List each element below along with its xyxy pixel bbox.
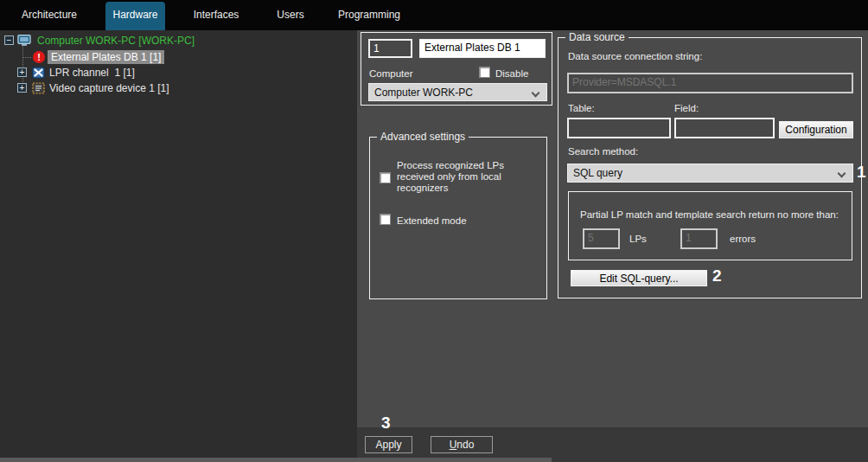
object-name-field[interactable]: External Plates DB 1: [419, 39, 546, 58]
errors-count-field[interactable]: 1: [680, 228, 718, 249]
undo-button[interactable]: Undo: [431, 436, 493, 453]
connection-string-field[interactable]: Provider=MSDASQL.1: [567, 73, 853, 93]
object-settings-panel: 1 External Plates DB 1 Computer Disable …: [357, 30, 868, 427]
search-method-select[interactable]: SQL query: [567, 164, 853, 183]
computer-select[interactable]: Computer WORK-PC: [368, 83, 547, 101]
disable-checkbox[interactable]: [479, 67, 490, 78]
process-lps-label: Process recognized LPs received only fro…: [397, 160, 506, 195]
footer-bar: 3 Apply Undo: [357, 427, 868, 462]
tree-row-video-capture[interactable]: Video capture device 1 [1]: [0, 80, 357, 96]
app-window: Architecture Hardware Interfaces Users P…: [0, 0, 868, 462]
callout-1: 1: [857, 163, 866, 182]
chevron-down-icon: [838, 170, 846, 178]
collapse-minus-icon[interactable]: [4, 35, 14, 45]
video-capture-icon: [31, 81, 45, 94]
table-label: Table:: [568, 103, 595, 113]
object-id-field[interactable]: 1: [368, 39, 412, 58]
lpr-channel-icon: [31, 66, 45, 79]
disable-label: Disable: [495, 68, 528, 79]
edit-sql-query-button[interactable]: Edit SQL-query...: [571, 270, 707, 286]
undo-button-label-rest: ndo: [456, 439, 474, 451]
chevron-down-icon: [532, 89, 540, 98]
expand-plus-icon[interactable]: [17, 83, 27, 93]
partial-match-label: Partial LP match and template search ret…: [580, 209, 839, 220]
undo-button-label: U: [450, 439, 457, 451]
search-method-label: Search method:: [568, 146, 638, 157]
tab-architecture[interactable]: Architecture: [9, 0, 90, 30]
table-field[interactable]: [567, 118, 671, 138]
extended-mode-label: Extended mode: [397, 215, 527, 227]
tab-programming[interactable]: Programming: [330, 0, 408, 30]
tab-hardware[interactable]: Hardware: [105, 2, 165, 30]
tree-item-label: External Plates DB 1 [1]: [48, 50, 164, 64]
main-tab-bar: Architecture Hardware Interfaces Users P…: [0, 0, 868, 30]
advanced-settings-title: Advanced settings: [377, 131, 469, 143]
tree-row-external-plates-db[interactable]: ! External Plates DB 1 [1]: [0, 49, 357, 65]
advanced-settings-groupbox: Advanced settings Process recognized LPs…: [369, 137, 547, 299]
tree-item-label: LPR channel 1 [1]: [49, 67, 135, 79]
extended-mode-checkbox[interactable]: [380, 214, 391, 225]
hardware-tree-panel: Computer WORK-PC [WORK-PC] ! External Pl…: [0, 30, 357, 462]
configuration-button[interactable]: Configuration: [779, 121, 853, 138]
callout-2: 2: [712, 266, 722, 286]
tab-users[interactable]: Users: [260, 0, 321, 30]
window-bottom-edge: [0, 458, 552, 462]
errors-unit-label: errors: [730, 234, 756, 244]
apply-button[interactable]: Apply: [365, 436, 412, 453]
data-source-groupbox: Data source Data source connection strin…: [558, 37, 862, 298]
field-label: Field:: [674, 103, 699, 113]
tree-row-lpr-channel[interactable]: LPR channel 1 [1]: [0, 65, 357, 80]
computer-icon: [17, 34, 31, 47]
computer-label: Computer: [369, 68, 413, 79]
lps-unit-label: LPs: [629, 234, 647, 244]
lps-count-field[interactable]: 5: [583, 228, 620, 249]
data-source-title: Data source: [565, 31, 629, 43]
field-field[interactable]: [674, 118, 775, 138]
tree-row-computer[interactable]: Computer WORK-PC [WORK-PC]: [0, 33, 357, 48]
expand-plus-icon[interactable]: [17, 67, 27, 77]
tab-interfaces[interactable]: Interfaces: [177, 0, 255, 30]
identity-groupbox: 1 External Plates DB 1 Computer Disable …: [361, 32, 552, 106]
tree-item-label: Video capture device 1 [1]: [49, 82, 169, 94]
search-method-value: SQL query: [573, 167, 622, 179]
alert-icon: !: [32, 50, 46, 63]
process-lps-checkbox[interactable]: [380, 172, 391, 183]
tree-item-label: Computer WORK-PC [WORK-PC]: [37, 35, 195, 47]
partial-match-groupbox: Partial LP match and template search ret…: [568, 191, 852, 260]
callout-3: 3: [381, 414, 391, 433]
computer-select-value: Computer WORK-PC: [374, 87, 473, 99]
connection-string-label: Data source connection string:: [568, 51, 702, 61]
